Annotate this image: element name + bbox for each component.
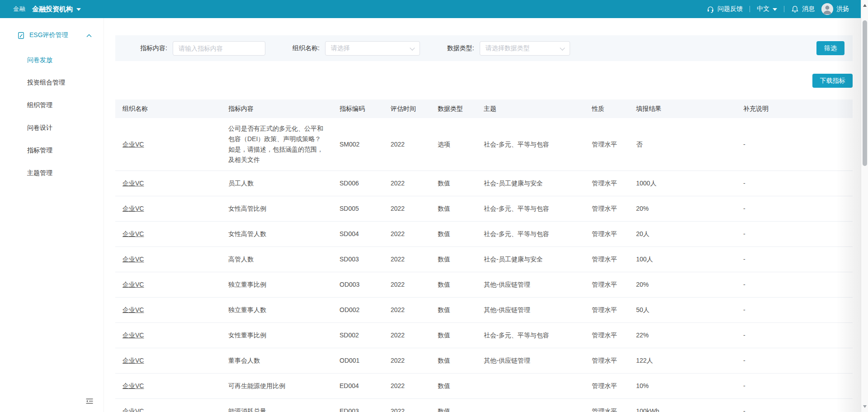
table-cell: - xyxy=(736,196,853,222)
main-content: 指标内容: 组织名称: 请选择 数据类型: 请选择数据类型 筛选 下载指标 xyxy=(104,18,861,412)
table-cell: 20% xyxy=(629,272,736,298)
table-row: 企业VC独立董事比例OD0032022数值其他-供应链管理管理水平20%- xyxy=(115,272,853,298)
org-switcher-label: 金融投资机构 xyxy=(32,5,73,14)
org-name-link[interactable]: 企业VC xyxy=(123,306,144,313)
caret-down-icon xyxy=(76,8,81,11)
messages-button[interactable]: 消息 xyxy=(791,5,815,13)
table-cell: 2022 xyxy=(383,348,430,374)
table-cell: 数值 xyxy=(430,298,476,323)
table-cell: 社会-多元、平等与包容 xyxy=(476,196,585,222)
sidebar-item-indicator-management[interactable]: 指标管理 xyxy=(0,139,104,161)
org-name-link[interactable]: 企业VC xyxy=(123,382,144,389)
org-name-link[interactable]: 企业VC xyxy=(123,141,144,148)
vertical-scrollbar[interactable] xyxy=(861,0,868,412)
feedback-button[interactable]: 问题反馈 xyxy=(707,5,743,13)
table-cell: 企业VC xyxy=(115,247,221,272)
table-cell: 管理水平 xyxy=(585,272,629,298)
divider xyxy=(750,6,750,12)
table-cell: SD004 xyxy=(332,222,383,247)
col-indicator-code: 指标编码 xyxy=(332,99,383,118)
table-cell: 100kWh xyxy=(629,399,736,412)
table-cell: - xyxy=(736,374,853,399)
table-row: 企业VC女性董事比例SD0022022数值社会-多元、平等与包容管理水平22%- xyxy=(115,323,853,348)
data-type-select-placeholder: 请选择数据类型 xyxy=(486,44,530,52)
org-name-select-placeholder: 请选择 xyxy=(331,44,350,52)
sidebar-item-portfolio-management[interactable]: 投资组合管理 xyxy=(0,71,104,94)
table-cell: 2022 xyxy=(383,399,430,412)
sidebar-item-topic-management[interactable]: 主题管理 xyxy=(0,161,104,184)
org-name-link[interactable]: 企业VC xyxy=(123,205,144,212)
org-name-link[interactable]: 企业VC xyxy=(123,180,144,187)
table-cell: ED004 xyxy=(332,374,383,399)
filter-button[interactable]: 筛选 xyxy=(816,41,844,55)
table-cell: 2022 xyxy=(383,323,430,348)
scrollbar-up-arrow-icon[interactable] xyxy=(863,4,867,7)
org-name-link[interactable]: 企业VC xyxy=(123,357,144,364)
table-cell: 管理水平 xyxy=(585,118,629,171)
scrollbar-down-arrow-icon[interactable] xyxy=(863,405,867,408)
sidebar-item-questionnaire-design[interactable]: 问卷设计 xyxy=(0,116,104,139)
sidebar-group-label: ESG评价管理 xyxy=(29,31,68,39)
org-name-link[interactable]: 企业VC xyxy=(123,281,144,288)
table-cell: - xyxy=(736,247,853,272)
org-switcher[interactable]: 金融投资机构 xyxy=(32,5,81,14)
org-name-select[interactable]: 请选择 xyxy=(325,41,420,56)
table-cell: 社会-多元、平等与包容 xyxy=(476,323,585,348)
table-row: 企业VC董事会人数OD0012022数值其他-供应链管理管理水平122人- xyxy=(115,348,853,374)
download-indicators-button[interactable]: 下载指标 xyxy=(812,74,853,88)
sidebar: ESG评价管理 问卷发放 投资组合管理 组织管理 问卷设计 指标管理 主题管理 xyxy=(0,18,104,412)
table-cell: SD002 xyxy=(332,323,383,348)
col-indicator-content: 指标内容 xyxy=(221,99,332,118)
table-cell: - xyxy=(736,298,853,323)
table-cell: 数值 xyxy=(430,399,476,412)
sidebar-item-questionnaire-dispatch[interactable]: 问卷发放 xyxy=(0,48,104,71)
table-cell: 数值 xyxy=(430,374,476,399)
indicator-content-input[interactable] xyxy=(173,41,265,56)
table-cell: 20人 xyxy=(629,222,736,247)
table-cell: SD003 xyxy=(332,247,383,272)
table-cell: 管理水平 xyxy=(585,171,629,196)
table-row: 企业VC可再生能源使用比例ED0042022数值管理水平10%- xyxy=(115,374,853,399)
table-row: 企业VC公司是否有正式的多元化、公平和包容（DEI）政策、声明或策略？如是，请描… xyxy=(115,118,853,171)
org-name-label: 组织名称: xyxy=(292,44,320,52)
table-cell: 企业VC xyxy=(115,196,221,222)
table-cell: 其他-供应链管理 xyxy=(476,348,585,374)
table-cell: 管理水平 xyxy=(585,399,629,412)
table-cell: 50人 xyxy=(629,298,736,323)
table-cell: 企业VC xyxy=(115,348,221,374)
chevron-down-icon xyxy=(560,45,565,50)
table-cell: SM002 xyxy=(332,118,383,171)
indicator-table: 组织名称 指标内容 指标编码 评估时间 数据类型 主题 性质 填报结果 补充说明… xyxy=(115,99,853,412)
table-cell: 22% xyxy=(629,323,736,348)
sidebar-item-org-management[interactable]: 组织管理 xyxy=(0,94,104,116)
table-cell: 1000人 xyxy=(629,171,736,196)
table-cell: 企业VC xyxy=(115,298,221,323)
table-cell: 其他-供应链管理 xyxy=(476,272,585,298)
org-name-link[interactable]: 企业VC xyxy=(123,407,144,412)
col-fill-result: 填报结果 xyxy=(629,99,736,118)
indicator-content-label: 指标内容: xyxy=(140,44,167,52)
org-name-link[interactable]: 企业VC xyxy=(123,256,144,263)
table-row: 企业VC独立董事人数OD0022022数值其他-供应链管理管理水平50人- xyxy=(115,298,853,323)
data-type-select[interactable]: 请选择数据类型 xyxy=(480,41,570,56)
language-switcher[interactable]: 中文 xyxy=(757,5,777,13)
table-cell: 可再生能源使用比例 xyxy=(221,374,332,399)
org-name-link[interactable]: 企业VC xyxy=(123,331,144,339)
table-header-row: 组织名称 指标内容 指标编码 评估时间 数据类型 主题 性质 填报结果 补充说明 xyxy=(115,99,853,118)
menu-fold-icon[interactable] xyxy=(85,397,94,407)
user-menu[interactable]: 洪扬 xyxy=(821,3,849,15)
sidebar-group-esg[interactable]: ESG评价管理 xyxy=(0,27,104,43)
feedback-label: 问题反馈 xyxy=(717,5,743,13)
col-data-type: 数据类型 xyxy=(430,99,476,118)
table-cell: 2022 xyxy=(383,374,430,399)
table-cell: - xyxy=(736,171,853,196)
language-label: 中文 xyxy=(757,5,769,13)
table-cell: 社会-多元、平等与包容 xyxy=(476,118,585,171)
scrollbar-thumb[interactable] xyxy=(863,20,867,166)
table-cell: 管理水平 xyxy=(585,298,629,323)
col-nature: 性质 xyxy=(585,99,629,118)
org-name-link[interactable]: 企业VC xyxy=(123,230,144,237)
table-cell: 数值 xyxy=(430,222,476,247)
table-cell: 2022 xyxy=(383,298,430,323)
indicator-table-body: 企业VC公司是否有正式的多元化、公平和包容（DEI）政策、声明或策略？如是，请描… xyxy=(115,118,853,412)
